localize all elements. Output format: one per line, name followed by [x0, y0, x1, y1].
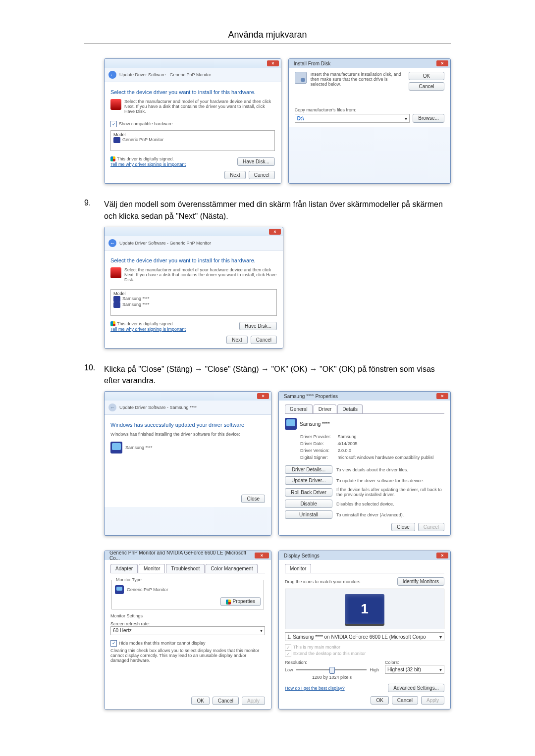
rollback-driver-button[interactable]: Roll Back Driver — [285, 488, 332, 497]
cancel-button[interactable]: Cancel — [251, 336, 277, 344]
breadcrumb-text: Update Driver Software - Generic PnP Mon… — [119, 241, 211, 246]
btn-desc: To view details about the driver files. — [336, 467, 444, 472]
close-icon[interactable]: × — [436, 60, 448, 66]
colors-select[interactable]: Highest (32 bit)▾ — [385, 665, 444, 674]
ok-button[interactable]: OK — [191, 697, 209, 705]
dialog-driver-properties: Samsung **** Properties × General Driver… — [278, 391, 451, 536]
signed-label: This driver is digitally signed. — [117, 321, 174, 326]
resolution-value: 1280 by 1024 pixels — [285, 675, 379, 680]
cancel-button[interactable]: Cancel — [409, 82, 444, 91]
signed-label: This driver is digitally signed. — [117, 156, 174, 161]
extend-desktop-label: Extend the desktop onto this monitor — [293, 652, 366, 656]
monitor-type-legend: Monitor Type — [115, 577, 143, 582]
back-icon: ← — [108, 403, 116, 411]
close-icon[interactable]: × — [255, 553, 269, 558]
disk-icon — [295, 72, 307, 84]
close-icon[interactable]: × — [257, 393, 269, 399]
identify-monitors-button[interactable]: Identify Monitors — [397, 577, 444, 586]
close-button[interactable]: Close — [391, 523, 415, 531]
dialog-display-settings: Display Settings × Monitor Drag the icon… — [278, 551, 451, 709]
hardware-icon — [110, 267, 121, 278]
disable-button[interactable]: Disable — [285, 500, 332, 508]
best-display-link[interactable]: How do I get the best display? — [285, 686, 345, 691]
label: Driver Provider: — [300, 434, 336, 440]
tab-driver[interactable]: Driver — [314, 404, 337, 413]
driver-details-button[interactable]: Driver Details... — [285, 465, 332, 474]
monitor-icon — [285, 418, 297, 430]
cancel-button: Cancel — [418, 523, 444, 531]
list-item[interactable]: Generic PnP Monitor — [113, 137, 272, 143]
value: 4/14/2005 — [337, 441, 434, 447]
dialog-heading: Select the device driver you want to ins… — [110, 257, 277, 263]
back-icon[interactable]: ← — [108, 239, 116, 247]
tab-color-management[interactable]: Color Management — [206, 564, 258, 573]
path-input[interactable]: D:\ ▾ — [295, 114, 410, 123]
monitor-preview[interactable]: 1 — [345, 594, 384, 624]
close-icon[interactable]: × — [267, 60, 279, 66]
close-icon[interactable]: × — [436, 553, 448, 558]
ok-button[interactable]: OK — [371, 696, 388, 705]
list-item[interactable]: Samsung **** — [113, 296, 274, 302]
tab-details[interactable]: Details — [337, 404, 363, 413]
close-button[interactable]: Close — [241, 495, 265, 503]
resolution-slider[interactable]: Low High — [285, 665, 379, 675]
hide-modes-label: Hide modes that this monitor cannot disp… — [119, 641, 206, 646]
step-number: 10. — [84, 363, 104, 386]
monitor-icon — [115, 585, 124, 594]
have-disk-button[interactable]: Have Disk... — [237, 157, 275, 166]
dialog-select-driver-1: × ← Update Driver Software - Generic PnP… — [104, 58, 281, 184]
browse-button[interactable]: Browse... — [413, 114, 444, 123]
breadcrumb-text: Update Driver Software - Samsung **** — [119, 405, 197, 410]
shield-icon — [226, 600, 231, 605]
dialog-title: Install From Disk — [291, 61, 330, 66]
shield-icon — [110, 321, 115, 326]
main-monitor-checkbox: ✓ — [285, 644, 291, 651]
dialog-heading: Windows has successfully updated your dr… — [110, 422, 265, 428]
tab-monitor[interactable]: Monitor — [285, 564, 311, 573]
refresh-rate-select[interactable]: 60 Hertz▾ — [110, 626, 265, 635]
cancel-button[interactable]: Cancel — [392, 696, 418, 705]
advanced-settings-button[interactable]: Advanced Settings... — [388, 684, 444, 692]
value: Samsung — [337, 434, 434, 440]
checkbox-show-compatible[interactable]: ✓ — [110, 121, 117, 127]
hardware-icon — [110, 99, 121, 110]
close-icon[interactable]: × — [436, 393, 448, 399]
list-item[interactable]: Samsung **** — [113, 302, 274, 308]
breadcrumb-text: Update Driver Software - Generic PnP Mon… — [119, 72, 211, 77]
show-compat-label: Show compatible hardware — [119, 121, 173, 126]
dialog-monitor-properties: Generic PnP Monitor and NVIDIA GeForce 6… — [104, 551, 271, 709]
cancel-button[interactable]: Cancel — [249, 171, 275, 179]
dialog-install-from-disk: Install From Disk × Insert the manufactu… — [288, 58, 451, 184]
tell-me-link[interactable]: Tell me why driver signing is important — [110, 162, 186, 167]
tab-troubleshoot[interactable]: Troubleshoot — [166, 564, 205, 573]
monitor-select[interactable]: 1. Samsung **** on NVIDIA GeForce 6600 L… — [285, 632, 444, 641]
tab-adapter[interactable]: Adapter — [110, 564, 138, 573]
value: 2.0.0.0 — [337, 448, 434, 454]
have-disk-button[interactable]: Have Disk... — [239, 322, 277, 330]
next-button[interactable]: Next — [226, 336, 248, 344]
page-title: Använda mjukvaran — [84, 30, 451, 40]
label: Digital Signer: — [300, 454, 336, 460]
cancel-button[interactable]: Cancel — [213, 697, 239, 705]
monitor-type-value: Generic PnP Monitor — [127, 587, 168, 592]
model-header: Model — [113, 132, 272, 137]
btn-desc: To update the driver software for this d… — [336, 478, 444, 483]
close-icon[interactable]: × — [269, 229, 281, 235]
update-driver-button[interactable]: Update Driver... — [285, 476, 332, 485]
tab-general[interactable]: General — [285, 404, 313, 413]
drag-monitors-text: Drag the icons to match your monitors. — [285, 579, 362, 584]
main-monitor-label: This is my main monitor — [293, 645, 340, 650]
back-icon[interactable]: ← — [108, 71, 116, 79]
title-underline — [84, 43, 451, 44]
step-text: Klicka på "Close" (Stäng) → "Close" (Stä… — [104, 363, 451, 386]
device-name: Samsung **** — [300, 421, 330, 427]
uninstall-button[interactable]: Uninstall — [285, 510, 332, 519]
tab-monitor[interactable]: Monitor — [139, 564, 165, 573]
hide-modes-checkbox[interactable]: ✓ — [110, 640, 117, 647]
dialog-title: Samsung **** Properties — [281, 394, 338, 399]
ok-button[interactable]: OK — [409, 72, 444, 80]
tell-me-link[interactable]: Tell me why driver signing is important — [110, 327, 186, 332]
properties-button[interactable]: Properties — [220, 597, 261, 605]
next-button[interactable]: Next — [224, 171, 246, 179]
dialog-update-success: × ← Update Driver Software - Samsung ***… — [104, 391, 271, 536]
